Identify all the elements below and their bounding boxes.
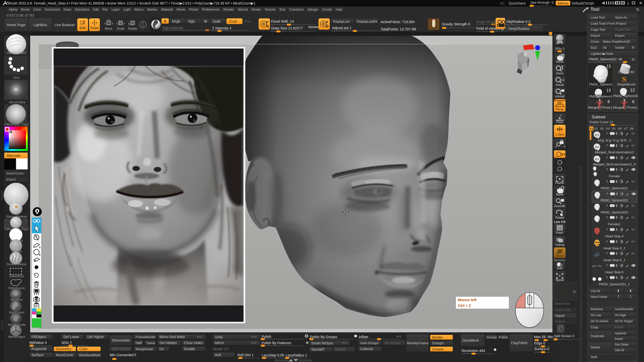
svg-text:Scroll: Scroll — [556, 60, 564, 63]
svg-text:PolyF: PolyF — [556, 231, 564, 234]
svg-text:AAHalf: AAHalf — [555, 95, 565, 98]
svg-text:Zoom: Zoom — [556, 72, 564, 75]
svg-text:Floor: Floor — [556, 120, 563, 124]
svg-text:Move: Move — [556, 193, 564, 196]
svg-text:Z: Z — [561, 168, 562, 171]
svg-text:Solo: Solo — [557, 266, 563, 270]
svg-text:XYZ: XYZ — [561, 153, 566, 156]
svg-text:Y: Y — [561, 162, 562, 164]
svg-text:S: S — [622, 75, 626, 83]
svg-text:S: S — [119, 21, 122, 25]
svg-text:Actual: Actual — [555, 83, 564, 86]
svg-text:∷ ▼: ∷ ▼ — [557, 114, 562, 117]
svg-text:Transp: Transp — [555, 243, 565, 246]
svg-text:Zoom3D: Zoom3D — [554, 204, 566, 208]
svg-text:Xpose: Xpose — [555, 278, 564, 282]
svg-text:Rotate: Rotate — [555, 216, 564, 219]
svg-text:Flip V: Flip V — [557, 330, 563, 333]
svg-text:M: M — [107, 21, 110, 25]
svg-text:Ghost: Ghost — [556, 254, 564, 258]
svg-text:x1: x1 — [561, 78, 565, 81]
svg-text:R: R — [131, 21, 134, 25]
svg-text:S: S — [266, 24, 269, 28]
svg-text:D: D — [326, 24, 329, 28]
svg-text:Frame: Frame — [555, 181, 564, 185]
